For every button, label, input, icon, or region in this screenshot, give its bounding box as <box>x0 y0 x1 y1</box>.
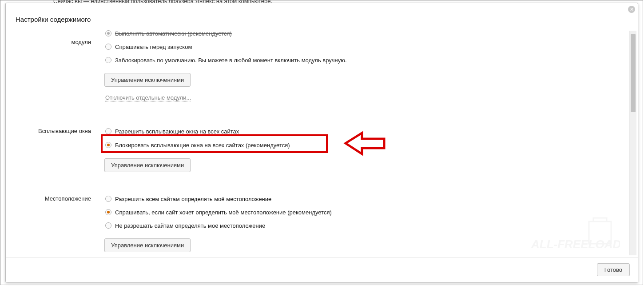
location-exceptions-button[interactable]: Управление исключениями <box>104 238 191 252</box>
modules-opt-auto-label: Выполнять автоматически (рекомендуется) <box>115 30 232 37</box>
modules-exceptions-button[interactable]: Управление исключениями <box>104 73 191 87</box>
location-opt-deny-label: Не разрешать сайтам определять моё место… <box>115 222 265 229</box>
radio-icon <box>105 209 111 215</box>
modules-opt-ask[interactable]: Спрашивать перед запуском <box>105 43 192 51</box>
section-label-modules: Подключаемые модули <box>6 32 91 46</box>
radio-icon <box>105 30 111 36</box>
red-highlight-box <box>101 134 328 153</box>
popups-opt-allow-label: Разрешить всплывающие окна на всех сайта… <box>115 128 239 135</box>
location-opt-ask[interactable]: Спрашивать, если сайт хочет определить м… <box>105 208 332 216</box>
radio-icon <box>105 44 111 50</box>
modules-opt-auto[interactable]: Выполнять автоматически (рекомендуется) <box>105 29 232 37</box>
scrollbar-track[interactable] <box>629 31 636 255</box>
modules-opt-block-label: Заблокировать по умолчанию. Вы можете в … <box>115 57 347 64</box>
location-opt-deny[interactable]: Не разрешать сайтам определять моё место… <box>105 222 265 230</box>
modules-opt-ask-label: Спрашивать перед запуском <box>115 44 192 50</box>
section-label-location: Местоположение <box>6 195 91 202</box>
done-button[interactable]: Готово <box>597 263 630 276</box>
dialog-footer: Готово <box>6 258 638 282</box>
content-settings-dialog: Настройки содержимого ✕ Подключаемые мод… <box>5 3 638 282</box>
modules-opt-block[interactable]: Заблокировать по умолчанию. Вы можете в … <box>105 56 347 64</box>
location-opt-allow-label: Разрешить всем сайтам определять моё мес… <box>115 196 271 202</box>
location-opt-ask-label: Спрашивать, если сайт хочет определить м… <box>115 209 332 216</box>
radio-icon <box>105 57 111 63</box>
popups-exceptions-button[interactable]: Управление исключениями <box>104 158 191 172</box>
dialog-title: Настройки содержимого <box>16 16 91 23</box>
radio-icon <box>105 222 111 229</box>
scrollbar-thumb[interactable] <box>631 34 636 112</box>
radio-icon <box>105 128 111 134</box>
red-arrow-icon <box>343 131 388 156</box>
close-icon[interactable]: ✕ <box>628 6 635 13</box>
radio-icon <box>105 196 111 202</box>
location-opt-allow[interactable]: Разрешить всем сайтам определять моё мес… <box>105 195 271 203</box>
section-label-popups: Всплывающие окна <box>6 128 91 134</box>
dialog-scroll-area: Подключаемые модули Выполнять автоматиче… <box>6 28 638 255</box>
modules-disable-link[interactable]: Отключить отдельные модули... <box>105 94 191 101</box>
